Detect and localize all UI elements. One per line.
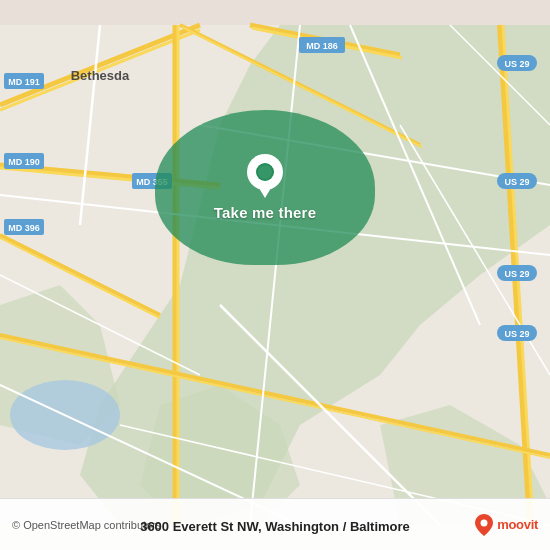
svg-text:Bethesda: Bethesda bbox=[71, 68, 130, 83]
address-label: 3600 Everett St NW, Washington / Baltimo… bbox=[140, 519, 410, 534]
moovit-logo: moovit bbox=[475, 514, 538, 536]
take-me-there-button[interactable]: Take me there bbox=[214, 204, 316, 221]
map-container: MD 186 US 29 MD 191 MD 355 MD 190 MD 396… bbox=[0, 0, 550, 550]
copyright-section: © OpenStreetMap contributors bbox=[12, 519, 161, 531]
svg-text:US 29: US 29 bbox=[504, 177, 529, 187]
svg-text:MD 190: MD 190 bbox=[8, 157, 40, 167]
moovit-pin-icon bbox=[475, 514, 493, 536]
bottom-bar: © OpenStreetMap contributors 3600 Everet… bbox=[0, 498, 550, 550]
svg-text:US 29: US 29 bbox=[504, 59, 529, 69]
svg-text:MD 191: MD 191 bbox=[8, 77, 40, 87]
svg-point-52 bbox=[481, 519, 488, 526]
svg-text:MD 396: MD 396 bbox=[8, 223, 40, 233]
location-pin-icon bbox=[247, 154, 283, 198]
moovit-brand-text: moovit bbox=[497, 517, 538, 532]
copyright-text: © OpenStreetMap contributors bbox=[12, 519, 161, 531]
cta-highlight[interactable]: Take me there bbox=[155, 110, 375, 265]
svg-text:US 29: US 29 bbox=[504, 269, 529, 279]
svg-text:US 29: US 29 bbox=[504, 329, 529, 339]
svg-text:MD 186: MD 186 bbox=[306, 41, 338, 51]
